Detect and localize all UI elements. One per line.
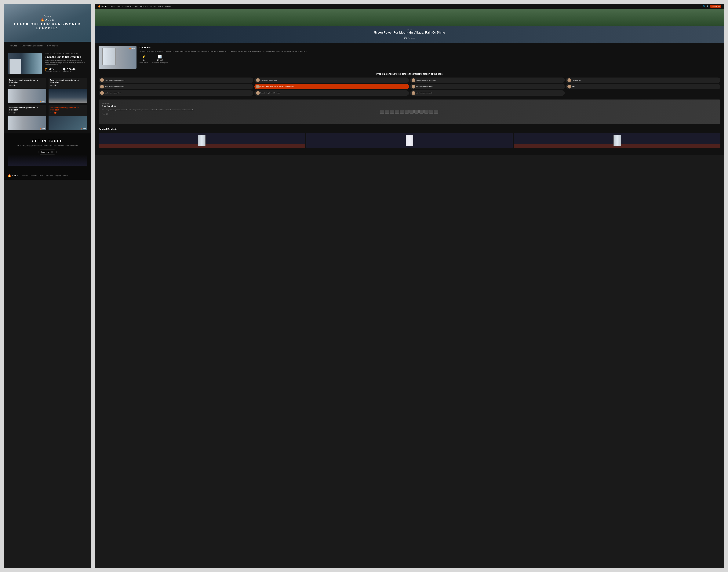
- case-card-2-info: Power system for gas station in Kurdista…: [49, 78, 87, 89]
- unit-1: [380, 110, 384, 114]
- outage-label: Power Outage: [139, 62, 148, 63]
- arrow-icon-4: ▶: [55, 112, 56, 114]
- nav-link-solutions[interactable]: Solutions: [125, 5, 131, 7]
- case-card-2-more[interactable]: More ▶: [50, 84, 86, 86]
- bottom-nav-support[interactable]: Support: [55, 175, 61, 176]
- bottom-nav-products[interactable]: Products: [30, 175, 37, 176]
- hero-section: Cases 🔥 AESS CHECK OUT OUR REAL-WORLD EX…: [4, 4, 91, 42]
- product-card-3[interactable]: [514, 133, 720, 148]
- stat-energy-label: Energy Independence: [45, 71, 60, 72]
- nav-link-institute[interactable]: Institute: [158, 5, 163, 7]
- problem-text-5: I need a health center that can also wor…: [261, 86, 294, 87]
- case-tags: 400KW . 4kWh/HESS PCSSEC PKEMM: [45, 53, 87, 55]
- product-card-1[interactable]: [98, 133, 305, 148]
- case-card-3-more[interactable]: More ▶: [9, 112, 45, 114]
- overview-info: Overview June to October is the rainy se…: [139, 46, 720, 69]
- case-hero: Case Green Power For Mountain Village, R…: [95, 9, 724, 43]
- cases-label: Cases: [4, 15, 91, 17]
- problems-section: Problems encountered before the implemen…: [98, 73, 720, 96]
- problem-chip-8[interactable]: Want to have evening study: [98, 90, 253, 96]
- avatar-5: [256, 85, 260, 88]
- more-dot-1: ▶: [13, 84, 15, 86]
- hero-content: Cases 🔥 AESS CHECK OUT OUR REAL-WORLD EX…: [4, 15, 91, 30]
- problem-chip-7[interactable]: Want...: [566, 84, 721, 89]
- nav-link-about[interactable]: About Aess: [140, 5, 148, 7]
- unit-6: [405, 110, 409, 114]
- case-card-3-info: Power system for gas station in Kurdista…: [8, 105, 46, 116]
- problem-text-6: Want to have evening study: [416, 86, 433, 87]
- play-circle: [404, 37, 407, 39]
- solution-arrow-icon: ▶: [107, 113, 108, 115]
- problem-chip-3[interactable]: Want achieve...: [566, 77, 721, 83]
- case-card-1-title: Power system for gas station in Kurdista…: [9, 79, 45, 83]
- hero-title: CHECK OUT OUR REAL-WORLD EXAMPLES: [4, 22, 91, 30]
- search-icon[interactable]: 🔍: [706, 5, 709, 7]
- top-nav: 🔥 AESS Home Products Solutions Cases Abo…: [95, 4, 724, 9]
- footer-cta-desc: We're always happy to hear from potentia…: [8, 145, 87, 146]
- featured-case: 400KW . 4kWh/HESS PCSSEC PKEMM Dip In th…: [8, 53, 87, 74]
- bottom-nav-about[interactable]: About Aess: [46, 175, 53, 176]
- case-card-4-info: Power system for gas station in Kurdista…: [49, 105, 87, 116]
- footer-cta: GET IN TOUCH We're always happy to hear …: [4, 133, 91, 171]
- product-card-2[interactable]: [306, 133, 513, 148]
- bottom-nav-solutions[interactable]: Solutions: [22, 175, 28, 176]
- solution-more-button[interactable]: More ▶: [102, 113, 379, 115]
- bottom-nav-cases[interactable]: Cases: [39, 175, 43, 176]
- problem-chip-5[interactable]: I need a health center that can also wor…: [254, 84, 409, 89]
- problem-chip-6[interactable]: Want to have evening study: [410, 84, 565, 89]
- case-label: Case: [374, 28, 445, 30]
- tab-all-case[interactable]: All Case: [8, 44, 19, 48]
- case-card-1-more[interactable]: More ▶: [9, 84, 45, 86]
- play-button[interactable]: Play Video: [404, 37, 415, 39]
- featured-case-stats: 🏗️ 90% Energy Independence ⏱️ 7 hours Ba…: [45, 67, 87, 72]
- nav-link-cases[interactable]: Cases: [134, 5, 138, 7]
- aess-logo-card-1: 🔥 AESS: [40, 101, 45, 102]
- bottom-footer: 🔥 AESS Solutions Products Cases About Ae…: [4, 171, 91, 180]
- unit-11: [429, 110, 434, 114]
- problem-text-7: Want...: [572, 86, 576, 87]
- problem-text-4: I want to study in the light of night: [105, 86, 124, 87]
- energy-icon: 🏗️: [45, 67, 48, 71]
- cases-area: 400KW . 4kWh/HESS PCSSEC PKEMM Dip In th…: [4, 50, 91, 133]
- avatar-9: [256, 91, 260, 95]
- problem-chip-9[interactable]: I want to study in the light of night: [254, 90, 409, 96]
- bottom-nav-institute[interactable]: Institute: [63, 175, 68, 176]
- nav-flame-icon: 🔥: [98, 5, 101, 8]
- case-card-4-more[interactable]: More ▶: [50, 112, 86, 114]
- avatar-6: [412, 85, 415, 88]
- login-button[interactable]: System Login: [710, 5, 721, 8]
- bottom-brand: 🔥 AESS: [8, 174, 18, 177]
- problem-chip-4[interactable]: I want to study in the light of night: [98, 84, 253, 89]
- tab-energy-storage[interactable]: Energy Storage Products: [19, 44, 45, 48]
- aess-logo-card-4: 🔥 AESS: [80, 128, 86, 130]
- case-card-1-info: Power system for gas station in Kurdista…: [8, 78, 46, 89]
- nav-actions: 🌐 🔍 System Login: [703, 5, 721, 8]
- right-panel: 🔥 AESS Home Products Solutions Cases Abo…: [95, 4, 724, 568]
- hero-brand: 🔥 AESS: [4, 18, 91, 22]
- more-dot-2: ▶: [54, 84, 57, 86]
- problem-chip-2[interactable]: I want to study in the light of night: [410, 77, 565, 83]
- nav-link-support[interactable]: Support: [150, 5, 156, 7]
- avatar-1: [256, 78, 260, 82]
- problem-chip-0[interactable]: I want to study in the light of night: [98, 77, 253, 83]
- problem-chip-1[interactable]: Want to have evening study: [254, 77, 409, 83]
- case-card-4-title: Power system for gas station in Kurdista…: [50, 107, 86, 111]
- case-main-title: Green Power For Mountain Village, Rain O…: [374, 31, 445, 34]
- cabinet-shape: [9, 59, 21, 74]
- aess-logo-card-3: 🔥 AESS: [40, 128, 45, 130]
- stat-backup-row: ⏱️ 7 hours: [63, 67, 75, 71]
- globe-icon[interactable]: 🌐: [703, 5, 705, 7]
- problem-text-2: I want to study in the light of night: [416, 79, 436, 81]
- nav-link-contact[interactable]: Contact: [166, 5, 171, 7]
- case-card-3-title: Power system for gas station in Kurdista…: [9, 107, 45, 111]
- more-text-2: More: [50, 84, 54, 86]
- unit-2: [385, 110, 389, 114]
- inquire-button[interactable]: Inquire now: [38, 150, 57, 154]
- tab-ev-chargers[interactable]: EV Chargers: [45, 44, 60, 48]
- nav-link-products[interactable]: Products: [117, 5, 123, 7]
- nav-link-home[interactable]: Home: [111, 5, 115, 7]
- case-card-2-title: Power system for gas station in Kurdista…: [50, 79, 86, 83]
- problem-chip-10[interactable]: Want to have evening study: [410, 90, 565, 96]
- featured-case-title: Dip In the Sun to Get Every Sip: [45, 56, 87, 58]
- avatar-2: [412, 78, 415, 82]
